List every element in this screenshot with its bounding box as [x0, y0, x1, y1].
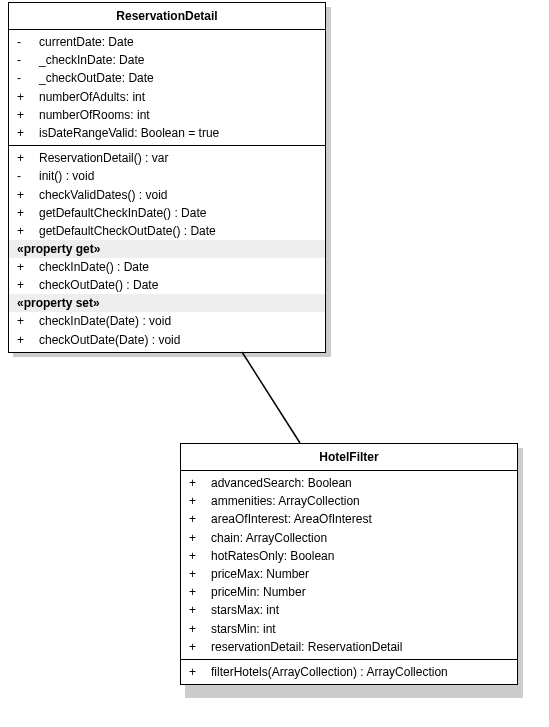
attr-row: +priceMax: Number [181, 565, 517, 583]
attr-row: +starsMin: int [181, 620, 517, 638]
class-reservation-detail: ReservationDetail -currentDate: Date -_c… [8, 2, 326, 353]
method-row: +getDefaultCheckInDate() : Date [9, 204, 325, 222]
setter-row: +checkOutDate(Date) : void [9, 331, 325, 349]
attr-vis: + [189, 548, 211, 564]
attr-row: +areaOfInterest: AreaOfInterest [181, 510, 517, 528]
class2-title: HotelFilter [181, 444, 517, 471]
attr-vis: + [189, 584, 211, 600]
getter-row: +checkOutDate() : Date [9, 276, 325, 294]
attr-text: priceMin: Number [211, 584, 509, 600]
method-text: checkInDate(Date) : void [39, 313, 317, 329]
attr-vis: - [17, 34, 39, 50]
method-text: getDefaultCheckOutDate() : Date [39, 223, 317, 239]
attr-vis: + [189, 602, 211, 618]
method-text: checkOutDate(Date) : void [39, 332, 317, 348]
attr-row: +chain: ArrayCollection [181, 529, 517, 547]
attr-text: _checkOutDate: Date [39, 70, 317, 86]
method-vis: + [189, 664, 211, 680]
method-row: +ReservationDetail() : var [9, 149, 325, 167]
attr-vis: + [189, 493, 211, 509]
attr-row: +isDateRangeValid: Boolean = true [9, 124, 325, 142]
attr-row: +ammenities: ArrayCollection [181, 492, 517, 510]
method-row: +checkValidDates() : void [9, 186, 325, 204]
method-vis: + [17, 187, 39, 203]
svg-line-0 [242, 352, 300, 443]
attr-vis: - [17, 52, 39, 68]
attr-text: advancedSearch: Boolean [211, 475, 509, 491]
attr-text: currentDate: Date [39, 34, 317, 50]
attr-row: +numberOfRooms: int [9, 106, 325, 124]
property-set-stereo: «property set» [9, 294, 325, 312]
attr-vis: + [189, 511, 211, 527]
attr-text: priceMax: Number [211, 566, 509, 582]
attr-text: isDateRangeValid: Boolean = true [39, 125, 317, 141]
method-text: filterHotels(ArrayCollection) : ArrayCol… [211, 664, 509, 680]
attr-row: -_checkOutDate: Date [9, 69, 325, 87]
method-text: checkInDate() : Date [39, 259, 317, 275]
attr-vis: + [17, 89, 39, 105]
method-vis: + [17, 150, 39, 166]
attr-text: numberOfRooms: int [39, 107, 317, 123]
class-hotel-filter: HotelFilter +advancedSearch: Boolean +am… [180, 443, 518, 685]
attr-row: -currentDate: Date [9, 33, 325, 51]
attr-vis: + [189, 621, 211, 637]
getter-row: +checkInDate() : Date [9, 258, 325, 276]
class1-title: ReservationDetail [9, 3, 325, 30]
method-row: +filterHotels(ArrayCollection) : ArrayCo… [181, 663, 517, 681]
class2-attributes: +advancedSearch: Boolean +ammenities: Ar… [181, 471, 517, 660]
method-text: checkValidDates() : void [39, 187, 317, 203]
attr-row: +reservationDetail: ReservationDetail [181, 638, 517, 656]
attr-text: _checkInDate: Date [39, 52, 317, 68]
attr-row: +hotRatesOnly: Boolean [181, 547, 517, 565]
attr-vis: + [189, 475, 211, 491]
method-text: ReservationDetail() : var [39, 150, 317, 166]
attr-vis: + [189, 639, 211, 655]
attr-text: starsMax: int [211, 602, 509, 618]
method-vis: + [17, 332, 39, 348]
attr-row: +advancedSearch: Boolean [181, 474, 517, 492]
attr-text: ammenities: ArrayCollection [211, 493, 509, 509]
method-vis: + [17, 277, 39, 293]
class2-methods: +filterHotels(ArrayCollection) : ArrayCo… [181, 660, 517, 684]
attr-row: -_checkInDate: Date [9, 51, 325, 69]
attr-text: reservationDetail: ReservationDetail [211, 639, 509, 655]
method-row: -init() : void [9, 167, 325, 185]
attr-text: starsMin: int [211, 621, 509, 637]
class1-attributes: -currentDate: Date -_checkInDate: Date -… [9, 30, 325, 146]
attr-vis: + [17, 125, 39, 141]
method-text: getDefaultCheckInDate() : Date [39, 205, 317, 221]
property-get-stereo: «property get» [9, 240, 325, 258]
setter-row: +checkInDate(Date) : void [9, 312, 325, 330]
method-text: init() : void [39, 168, 317, 184]
method-vis: + [17, 223, 39, 239]
method-vis: - [17, 168, 39, 184]
attr-vis: + [17, 107, 39, 123]
attr-text: hotRatesOnly: Boolean [211, 548, 509, 564]
attr-text: chain: ArrayCollection [211, 530, 509, 546]
attr-row: +starsMax: int [181, 601, 517, 619]
attr-text: areaOfInterest: AreaOfInterest [211, 511, 509, 527]
attr-row: +numberOfAdults: int [9, 88, 325, 106]
attr-vis: - [17, 70, 39, 86]
class1-methods: +ReservationDetail() : var -init() : voi… [9, 146, 325, 352]
method-vis: + [17, 313, 39, 329]
method-row: +getDefaultCheckOutDate() : Date [9, 222, 325, 240]
method-vis: + [17, 205, 39, 221]
attr-vis: + [189, 530, 211, 546]
method-vis: + [17, 259, 39, 275]
attr-row: +priceMin: Number [181, 583, 517, 601]
attr-vis: + [189, 566, 211, 582]
attr-text: numberOfAdults: int [39, 89, 317, 105]
method-text: checkOutDate() : Date [39, 277, 317, 293]
